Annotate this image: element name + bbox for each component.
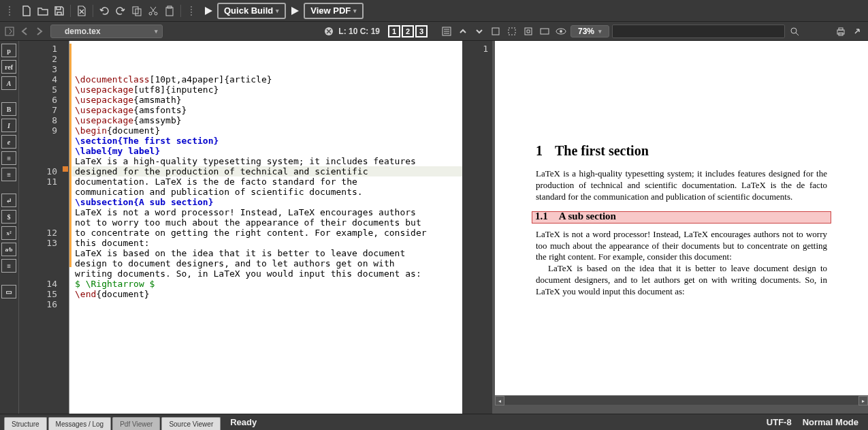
svg-point-23 xyxy=(791,28,797,33)
sb-sub-icon[interactable]: x² xyxy=(1,226,16,240)
pdf-contents-icon[interactable] xyxy=(440,25,453,38)
encoding-label: UTF-8 xyxy=(767,417,792,427)
sb-sqrt-icon[interactable]: ≡ xyxy=(1,259,16,273)
file-tab-label: demo.tex xyxy=(65,27,101,36)
pdf-up-icon[interactable] xyxy=(456,25,470,38)
svg-rect-8 xyxy=(166,7,173,16)
svg-point-6 xyxy=(149,12,152,15)
file-tab-row: demo.tex▾ L: 10 C: 19 1 2 3 73%▾ xyxy=(0,22,868,41)
pdf-paragraph: LaTeX is a high-quality typesetting syst… xyxy=(536,168,827,203)
sb-part-icon[interactable]: p xyxy=(1,44,16,57)
sb-italic-icon[interactable]: I xyxy=(1,119,16,132)
paste-icon[interactable] xyxy=(162,3,177,18)
pdf-page-gutter: 1 xyxy=(466,41,492,414)
print-icon[interactable] xyxy=(834,25,848,38)
chevron-down-icon: ▾ xyxy=(353,7,357,14)
run-build-icon[interactable] xyxy=(201,3,216,18)
pdf-down-icon[interactable] xyxy=(472,25,486,38)
pdf-viewer[interactable]: 1The first section LaTeX is a high-quali… xyxy=(495,41,868,414)
left-sidebar: p ref A B I e ≡ ≡ ↵ $ x² a⁄b ≡ ▭ xyxy=(0,41,19,414)
external-icon[interactable] xyxy=(850,25,864,38)
pdf-paragraph: LaTeX is not a word processor! Instead, … xyxy=(536,229,827,264)
undo-icon[interactable] xyxy=(97,3,112,18)
sb-math-icon[interactable]: $ xyxy=(1,210,16,224)
fold-marker-icon[interactable] xyxy=(63,166,68,172)
drag-handle-icon[interactable] xyxy=(184,3,199,18)
pdf-zoom-icon[interactable] xyxy=(521,25,535,38)
line-number-gutter: 12345678910111213141516 xyxy=(19,41,61,414)
pdf-section-title: The first section xyxy=(555,143,649,158)
scroll-right-icon[interactable]: ▸ xyxy=(858,396,868,405)
svg-point-0 xyxy=(9,6,10,7)
svg-rect-20 xyxy=(541,29,549,34)
pdf-subsection-title: A sub section xyxy=(559,211,616,222)
sb-font-icon[interactable]: A xyxy=(1,76,16,90)
pdf-page: 1The first section LaTeX is a high-quali… xyxy=(495,41,868,395)
prev-file-icon[interactable] xyxy=(18,25,31,38)
structure-toggle-icon[interactable] xyxy=(3,25,16,38)
editor-pane: 12345678910111213141516 \documentclass[1… xyxy=(19,41,462,414)
pdf-page-number: 1 xyxy=(466,44,488,54)
pdf-eye-icon[interactable] xyxy=(554,25,568,38)
new-file-icon[interactable] xyxy=(19,3,34,18)
close-file-icon[interactable] xyxy=(74,3,89,18)
sb-newline-icon[interactable]: ↵ xyxy=(1,194,16,207)
run-view-icon[interactable] xyxy=(287,3,302,18)
layout-1-button[interactable]: 1 xyxy=(388,25,400,37)
bottom-tab-structure[interactable]: Structure xyxy=(4,417,47,430)
view-dropdown-label: View PDF xyxy=(310,5,351,16)
cursor-position: L: 10 C: 19 xyxy=(338,27,380,36)
save-icon[interactable] xyxy=(52,3,67,18)
svg-point-11 xyxy=(191,9,192,10)
svg-rect-18 xyxy=(509,28,515,35)
sb-center-icon[interactable]: ≡ xyxy=(1,168,16,181)
svg-point-13 xyxy=(191,14,192,16)
mode-label: Normal Mode xyxy=(803,417,858,427)
scroll-left-icon[interactable]: ◂ xyxy=(495,396,504,405)
pdf-fit-icon[interactable] xyxy=(489,25,502,38)
build-dropdown-label: Quick Build xyxy=(224,5,273,16)
redo-icon[interactable] xyxy=(113,3,128,18)
fold-column xyxy=(61,41,69,414)
close-tab-icon[interactable] xyxy=(323,26,334,37)
bottom-tab-sourceviewer[interactable]: Source Viewer xyxy=(161,417,221,430)
status-bar: Structure Messages / Log Pdf Viewer Sour… xyxy=(0,414,868,430)
pdf-subsection-number: 1.1 xyxy=(535,211,548,222)
cut-icon[interactable] xyxy=(146,3,161,18)
drag-handle-icon[interactable] xyxy=(3,3,18,18)
svg-point-3 xyxy=(9,14,10,16)
zoom-dropdown[interactable]: 73%▾ xyxy=(570,25,609,37)
sb-ref-icon[interactable]: ref xyxy=(1,60,16,74)
copy-icon[interactable] xyxy=(129,3,144,18)
bottom-tab-messages[interactable]: Messages / Log xyxy=(48,417,112,430)
svg-point-12 xyxy=(191,12,192,13)
chevron-down-icon: ▾ xyxy=(598,28,602,35)
sb-left-icon[interactable]: ≡ xyxy=(1,151,16,165)
svg-rect-14 xyxy=(5,27,14,35)
layout-2-button[interactable]: 2 xyxy=(402,25,414,37)
view-dropdown[interactable]: View PDF▾ xyxy=(304,3,364,19)
next-file-icon[interactable] xyxy=(33,25,46,38)
search-icon[interactable] xyxy=(788,25,801,38)
sb-frac-icon[interactable]: a⁄b xyxy=(1,243,16,256)
main-toolbar: Quick Build▾ View PDF▾ xyxy=(0,0,868,22)
svg-rect-25 xyxy=(839,28,843,30)
pdf-fitwidth-icon[interactable] xyxy=(505,25,519,38)
bottom-tab-pdfviewer[interactable]: Pdf Viewer xyxy=(112,417,160,430)
pdf-subsection-highlight: 1.1A sub section xyxy=(532,211,831,224)
svg-point-2 xyxy=(9,12,10,13)
sb-emph-icon[interactable]: e xyxy=(1,135,16,149)
pdf-hscrollbar[interactable]: ◂ ▸ xyxy=(495,395,868,405)
sb-bold-icon[interactable]: B xyxy=(1,102,16,116)
pdf-section-heading: 1The first section xyxy=(536,143,827,159)
file-tab[interactable]: demo.tex▾ xyxy=(50,25,163,38)
pdf-search-input[interactable] xyxy=(612,25,785,38)
code-editor[interactable]: \documentclass[10pt,a4paper]{article}\us… xyxy=(72,41,462,414)
build-dropdown[interactable]: Quick Build▾ xyxy=(217,3,286,19)
status-text: Ready xyxy=(230,414,257,430)
chevron-down-icon: ▾ xyxy=(155,28,158,35)
layout-3-button[interactable]: 3 xyxy=(415,25,428,37)
sb-user-icon[interactable]: ▭ xyxy=(1,285,16,298)
open-file-icon[interactable] xyxy=(35,3,50,18)
pdf-present-icon[interactable] xyxy=(538,25,551,38)
